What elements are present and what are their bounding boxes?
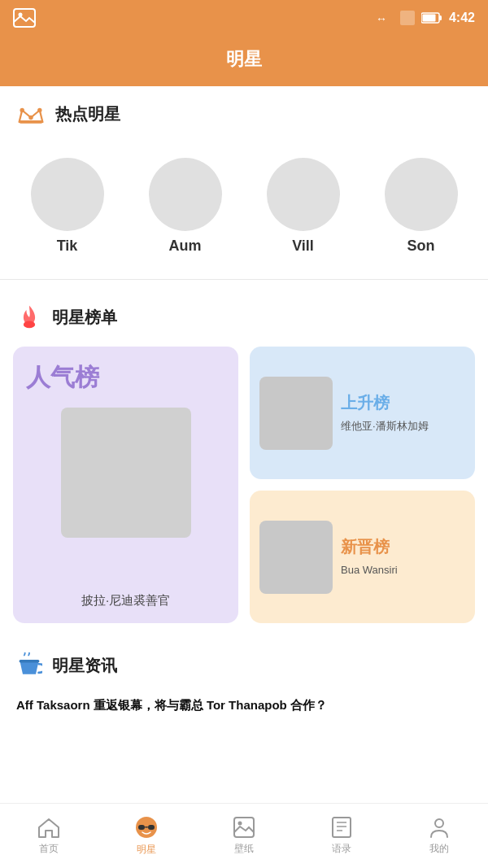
rising-chart-info: 上升榜 维他亚·潘斯林加姆 bbox=[341, 392, 465, 434]
star-name-tik: Tik bbox=[57, 238, 78, 255]
new-chart-card[interactable]: 新晋榜 Bua Wansiri bbox=[250, 491, 475, 623]
hot-stars-header: 热点明星 bbox=[0, 86, 488, 133]
popular-chart-title: 人气榜 bbox=[26, 361, 99, 395]
status-bar: ↔ 4:42 bbox=[0, 0, 488, 36]
image-icon bbox=[13, 8, 36, 28]
star-avatar-tik bbox=[31, 158, 104, 231]
new-chart-title: 新晋榜 bbox=[341, 536, 465, 558]
nav-item-wallpaper[interactable]: 壁纸 bbox=[195, 816, 293, 856]
news-section: 明星资讯 Aff Taksaorn 重返银幕，将与霸总 Tor Thanapob… bbox=[0, 636, 488, 741]
nav-item-home[interactable]: 首页 bbox=[0, 816, 98, 856]
star-icon bbox=[134, 815, 159, 840]
wifi-off-icon bbox=[400, 11, 415, 25]
nav-label-quotes: 语录 bbox=[332, 842, 351, 856]
svg-rect-3 bbox=[400, 11, 415, 25]
svg-point-24 bbox=[435, 819, 443, 827]
svg-point-12 bbox=[24, 321, 35, 328]
star-avatar-vill bbox=[267, 158, 340, 231]
rising-chart-name: 维他亚·潘斯林加姆 bbox=[341, 419, 465, 434]
nav-label-wallpaper: 壁纸 bbox=[234, 842, 254, 856]
status-bar-left bbox=[13, 8, 36, 28]
svg-point-19 bbox=[238, 822, 242, 826]
nav-item-quotes[interactable]: 语录 bbox=[293, 816, 390, 856]
new-chart-name: Bua Wansiri bbox=[341, 563, 465, 578]
star-name-aum: Aum bbox=[169, 238, 202, 255]
rankings-right: 上升榜 维他亚·潘斯林加姆 新晋榜 Bua Wansiri bbox=[250, 347, 475, 623]
svg-rect-20 bbox=[333, 818, 351, 837]
svg-rect-5 bbox=[422, 15, 435, 22]
svg-point-9 bbox=[28, 116, 33, 120]
nav-label-profile: 我的 bbox=[429, 842, 449, 856]
star-avatar-aum bbox=[149, 158, 222, 231]
star-item[interactable]: Tik bbox=[19, 158, 116, 255]
popular-chart-name: 披拉·尼迪裘善官 bbox=[81, 593, 170, 608]
nav-label-home: 首页 bbox=[39, 842, 59, 856]
bottom-nav: 首页 明星 壁纸 语录 bbox=[0, 803, 488, 868]
svg-rect-18 bbox=[234, 818, 254, 837]
svg-rect-6 bbox=[439, 15, 442, 20]
news-item[interactable]: Aff Taksaorn 重返银幕，将与霸总 Tor Thanapob 合作？ bbox=[0, 687, 488, 725]
status-time: 4:42 bbox=[449, 11, 475, 25]
svg-point-8 bbox=[20, 108, 24, 112]
star-name-son: Son bbox=[407, 238, 435, 255]
new-chart-info: 新晋榜 Bua Wansiri bbox=[341, 536, 465, 578]
star-item[interactable]: Vill bbox=[255, 158, 352, 255]
rankings-header: 明星榜单 bbox=[0, 288, 488, 338]
star-item[interactable]: Aum bbox=[137, 158, 234, 255]
news-item-title: Aff Taksaorn 重返银幕，将与霸总 Tor Thanapob 合作？ bbox=[16, 696, 472, 715]
person-icon bbox=[428, 816, 451, 839]
stars-row: Tik Aum Vill Son bbox=[0, 133, 488, 271]
rankings-left: 人气榜 披拉·尼迪裘善官 bbox=[13, 347, 238, 623]
nav-item-star[interactable]: 明星 bbox=[98, 815, 195, 857]
section-divider bbox=[0, 279, 488, 280]
svg-rect-16 bbox=[148, 825, 155, 830]
star-item[interactable]: Son bbox=[373, 158, 470, 255]
svg-rect-17 bbox=[145, 827, 148, 828]
nav-label-star: 明星 bbox=[137, 843, 156, 857]
popular-chart-image bbox=[61, 408, 191, 538]
news-title: 明星资讯 bbox=[52, 655, 117, 677]
battery-icon bbox=[421, 11, 442, 24]
image-nav-icon bbox=[233, 816, 255, 839]
arrows-icon: ↔ bbox=[376, 11, 394, 24]
page-title: 明星 bbox=[226, 49, 262, 69]
svg-rect-13 bbox=[20, 660, 40, 663]
popular-chart-card[interactable]: 人气榜 披拉·尼迪裘善官 bbox=[13, 347, 238, 623]
book-icon bbox=[330, 816, 353, 839]
rankings-title: 明星榜单 bbox=[52, 307, 117, 329]
home-icon bbox=[37, 816, 60, 839]
rankings-section: 明星榜单 人气榜 披拉·尼迪裘善官 上升榜 维他亚·潘斯林加姆 bbox=[0, 288, 488, 636]
news-header: 明星资讯 bbox=[0, 636, 488, 687]
rankings-grid: 人气榜 披拉·尼迪裘善官 上升榜 维他亚·潘斯林加姆 bbox=[0, 338, 488, 636]
nav-item-profile[interactable]: 我的 bbox=[390, 816, 488, 856]
hot-stars-title: 热点明星 bbox=[55, 103, 120, 125]
rising-chart-title: 上升榜 bbox=[341, 392, 465, 414]
new-chart-image bbox=[259, 521, 333, 594]
hot-stars-section: 热点明星 Tik Aum Vill Son bbox=[0, 86, 488, 279]
star-avatar-son bbox=[385, 158, 458, 231]
svg-rect-15 bbox=[138, 825, 145, 830]
page-content: 热点明星 Tik Aum Vill Son bbox=[0, 86, 488, 814]
app-header: 明星 bbox=[0, 36, 488, 86]
flame-icon bbox=[16, 304, 42, 330]
svg-point-10 bbox=[37, 108, 41, 112]
star-name-vill: Vill bbox=[292, 238, 314, 255]
svg-rect-11 bbox=[20, 120, 43, 124]
rising-chart-card[interactable]: 上升榜 维他亚·潘斯林加姆 bbox=[250, 347, 475, 479]
rising-chart-image bbox=[259, 377, 333, 450]
coffee-icon bbox=[16, 652, 42, 678]
svg-text:↔: ↔ bbox=[376, 12, 387, 24]
crown-icon bbox=[16, 103, 46, 125]
svg-rect-0 bbox=[14, 9, 35, 27]
status-bar-right: ↔ 4:42 bbox=[376, 11, 475, 25]
